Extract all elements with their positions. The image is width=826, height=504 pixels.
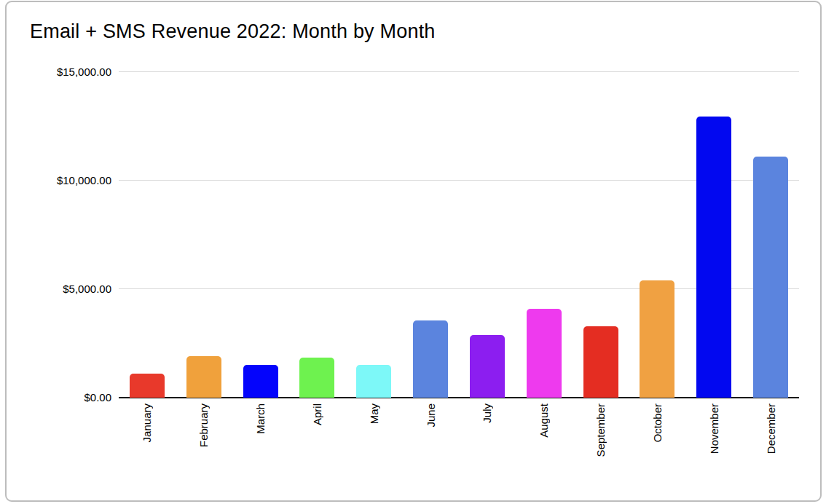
bar-august[interactable] bbox=[527, 309, 562, 398]
y-axis-tick-label: $0.00 bbox=[17, 391, 111, 403]
x-axis-label-february: February bbox=[197, 403, 210, 447]
bar-november[interactable] bbox=[696, 117, 731, 398]
bar-slot-september bbox=[573, 72, 629, 398]
x-label-slot-october: October bbox=[629, 403, 686, 504]
bar-april[interactable] bbox=[299, 358, 334, 398]
x-axis-label-november: November bbox=[708, 403, 720, 454]
x-axis-label-july: July bbox=[481, 403, 493, 423]
x-label-slot-august: August bbox=[516, 403, 573, 504]
x-label-slot-november: November bbox=[685, 403, 742, 504]
bar-slot-march bbox=[232, 72, 289, 398]
bar-may[interactable] bbox=[356, 365, 391, 398]
bar-slot-july bbox=[459, 72, 516, 398]
bar-september[interactable] bbox=[583, 326, 618, 398]
bar-slot-february bbox=[176, 72, 232, 398]
chart-card: Email + SMS Revenue 2022: Month by Month… bbox=[5, 1, 822, 502]
x-axis-labels: JanuaryFebruaryMarchAprilMayJuneJulyAugu… bbox=[119, 403, 799, 504]
y-axis-tick-label: $5,000.00 bbox=[17, 283, 111, 295]
bar-june[interactable] bbox=[413, 320, 448, 398]
x-label-slot-january: January bbox=[119, 403, 176, 504]
bar-slot-december bbox=[742, 72, 799, 398]
bar-slot-november bbox=[685, 72, 742, 398]
x-axis-label-december: December bbox=[765, 403, 777, 454]
x-axis-label-june: June bbox=[425, 403, 437, 428]
y-axis-tick-label: $10,000.00 bbox=[17, 174, 111, 186]
chart-title: Email + SMS Revenue 2022: Month by Month bbox=[30, 20, 436, 43]
x-axis-label-september: September bbox=[594, 403, 607, 457]
x-label-slot-december: December bbox=[742, 403, 799, 504]
x-label-slot-september: September bbox=[573, 403, 629, 504]
x-axis-label-april: April bbox=[311, 403, 323, 425]
bar-december[interactable] bbox=[753, 157, 788, 398]
bar-february[interactable] bbox=[186, 356, 221, 398]
bar-slot-october bbox=[629, 72, 686, 398]
bar-slot-may bbox=[345, 72, 402, 398]
bar-march[interactable] bbox=[243, 365, 278, 398]
bar-july[interactable] bbox=[470, 335, 505, 398]
x-label-slot-may: May bbox=[345, 403, 402, 504]
x-label-slot-april: April bbox=[289, 403, 346, 504]
bar-slot-june bbox=[402, 72, 459, 398]
x-label-slot-july: July bbox=[459, 403, 516, 504]
plot-area bbox=[119, 72, 799, 398]
bar-january[interactable] bbox=[130, 374, 165, 398]
y-axis-tick-label: $15,000.00 bbox=[17, 66, 111, 78]
x-axis-label-may: May bbox=[368, 403, 380, 424]
x-label-slot-june: June bbox=[402, 403, 459, 504]
x-axis-label-october: October bbox=[651, 403, 664, 442]
bar-october[interactable] bbox=[640, 280, 674, 398]
bar-slot-january bbox=[119, 72, 176, 398]
bar-slot-april bbox=[289, 72, 346, 398]
x-axis-label-march: March bbox=[254, 403, 267, 434]
x-axis-label-august: August bbox=[538, 403, 550, 438]
x-axis-label-january: January bbox=[141, 403, 153, 442]
bar-slot-august bbox=[516, 72, 573, 398]
x-label-slot-march: March bbox=[232, 403, 289, 504]
x-label-slot-february: February bbox=[176, 403, 232, 504]
